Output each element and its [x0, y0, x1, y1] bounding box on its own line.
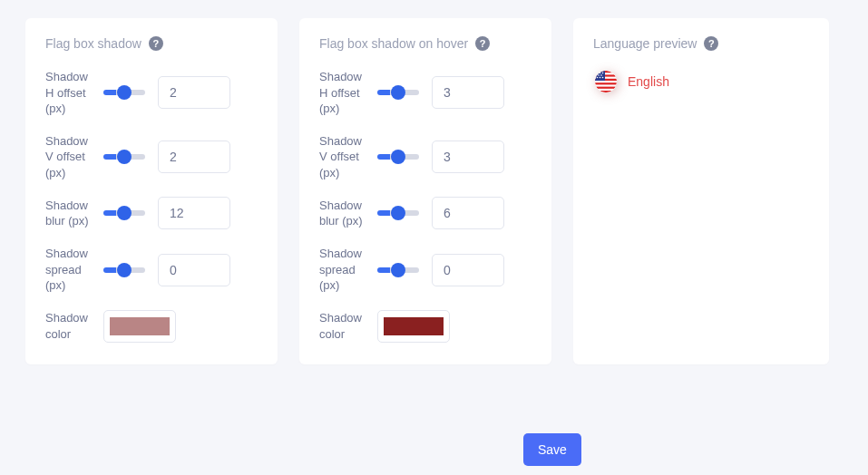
hover-h-offset-input[interactable]: [432, 76, 504, 109]
card-title: Flag box shadow on hover ?: [319, 36, 532, 51]
svg-point-9: [597, 73, 599, 74]
shadow-spread-slider[interactable]: [103, 267, 145, 273]
hover-v-offset-input[interactable]: [432, 141, 504, 173]
svg-rect-5: [595, 82, 617, 84]
shadow-color-row: Shadow color: [45, 310, 258, 343]
help-icon[interactable]: ?: [149, 36, 163, 51]
field-label: Shadow H offset (px): [45, 69, 94, 117]
svg-rect-2: [595, 71, 617, 73]
field-label: Shadow color: [319, 310, 368, 342]
svg-point-12: [598, 74, 600, 76]
shadow-h-offset-slider[interactable]: [103, 90, 145, 95]
shadow-blur-input[interactable]: [158, 197, 230, 229]
field-label: Shadow color: [45, 310, 94, 342]
hover-v-offset-row: Shadow V offset (px): [319, 133, 532, 181]
hover-v-offset-slider[interactable]: [377, 154, 419, 160]
hover-blur-row: Shadow blur (px): [319, 197, 532, 229]
help-icon[interactable]: ?: [704, 36, 718, 51]
language-preview-row: English: [593, 71, 809, 92]
hover-blur-slider[interactable]: [377, 210, 419, 216]
save-button[interactable]: Save: [523, 433, 581, 466]
field-label: Shadow spread (px): [45, 246, 94, 294]
svg-rect-6: [595, 87, 617, 89]
card-title-text: Language preview: [593, 36, 697, 51]
svg-point-10: [600, 73, 601, 74]
shadow-blur-slider[interactable]: [103, 210, 145, 216]
hover-h-offset-slider[interactable]: [377, 90, 419, 95]
shadow-color-swatch[interactable]: [110, 317, 170, 335]
field-label: Shadow spread (px): [319, 246, 368, 294]
shadow-v-offset-input[interactable]: [158, 141, 230, 173]
shadow-spread-row: Shadow spread (px): [45, 246, 258, 294]
flag-box-shadow-hover-card: Flag box shadow on hover ? Shadow H offs…: [299, 18, 551, 364]
svg-point-11: [602, 73, 604, 74]
flag-box-shadow-card: Flag box shadow ? Shadow H offset (px) S…: [25, 18, 278, 364]
hover-h-offset-row: Shadow H offset (px): [319, 69, 532, 117]
shadow-v-offset-slider[interactable]: [103, 154, 145, 160]
hover-spread-input[interactable]: [432, 254, 504, 286]
hover-color-swatch[interactable]: [384, 317, 444, 335]
field-label: Shadow blur (px): [319, 198, 368, 229]
hover-color-row: Shadow color: [319, 310, 532, 343]
card-title: Flag box shadow ?: [45, 36, 258, 51]
field-label: Shadow blur (px): [45, 198, 94, 229]
field-label: Shadow H offset (px): [319, 69, 368, 117]
us-flag-icon: [595, 71, 617, 92]
hover-spread-row: Shadow spread (px): [319, 246, 532, 294]
color-swatch-container: [103, 310, 176, 343]
hover-spread-slider[interactable]: [377, 267, 419, 273]
hover-blur-input[interactable]: [432, 197, 504, 229]
svg-rect-7: [595, 91, 617, 92]
shadow-v-offset-row: Shadow V offset (px): [45, 133, 258, 181]
shadow-h-offset-row: Shadow H offset (px): [45, 69, 258, 117]
help-icon[interactable]: ?: [475, 36, 490, 51]
svg-point-13: [600, 74, 602, 76]
language-preview-label: English: [628, 74, 669, 89]
color-swatch-container: [377, 310, 450, 343]
svg-point-16: [602, 77, 604, 79]
card-title-text: Flag box shadow on hover: [319, 36, 468, 51]
svg-point-15: [600, 77, 601, 79]
shadow-spread-input[interactable]: [158, 254, 230, 286]
language-preview-card: Language preview ?: [573, 18, 829, 364]
card-title-text: Flag box shadow: [45, 36, 141, 51]
field-label: Shadow V offset (px): [45, 133, 94, 181]
field-label: Shadow V offset (px): [319, 133, 368, 181]
shadow-h-offset-input[interactable]: [158, 76, 230, 109]
svg-rect-8: [595, 71, 605, 81]
svg-point-14: [597, 77, 599, 79]
card-title: Language preview ?: [593, 36, 809, 51]
shadow-blur-row: Shadow blur (px): [45, 197, 258, 229]
